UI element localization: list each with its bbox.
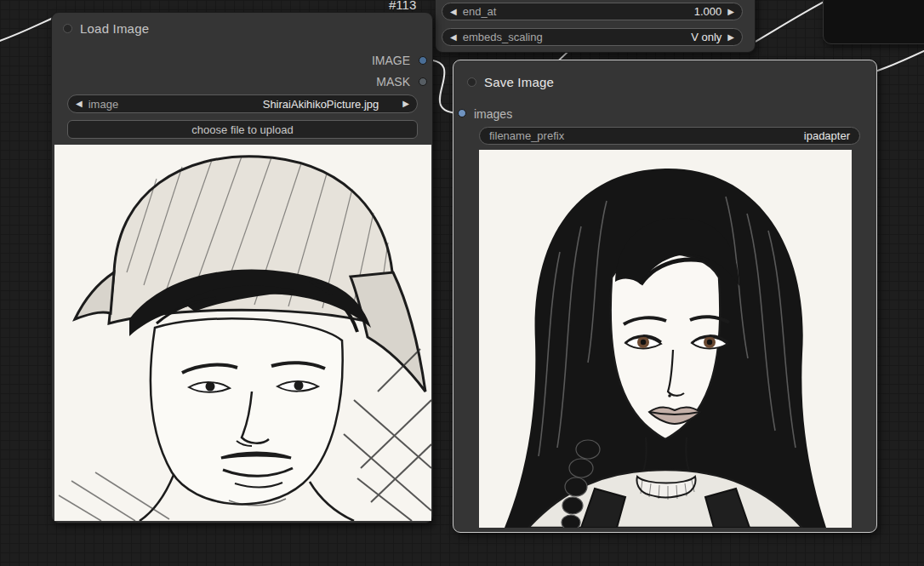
woman-sketch-image — [479, 150, 852, 528]
widget-name: image — [88, 98, 118, 111]
node-load-image[interactable]: Load Image IMAGE MASK ◀ image ShiraiAkih… — [51, 12, 433, 523]
increment-arrow-icon[interactable]: ▶ — [727, 8, 734, 16]
mask-output-label: MASK — [376, 74, 410, 89]
mask-output-dot[interactable] — [419, 77, 427, 86]
next-option-arrow-icon[interactable]: ▶ — [727, 33, 734, 42]
node-ipadapter-partial[interactable]: ◀ end_at 1.000 ▶ ◀ embeds_scaling V only… — [435, 0, 756, 53]
node-title: Save Image — [484, 75, 554, 89]
partial-node-top-right[interactable] — [823, 0, 924, 44]
widget-value: 1.000 — [694, 5, 728, 18]
node-editor-canvas[interactable]: ◀ end_at 1.000 ▶ ◀ embeds_scaling V only… — [0, 0, 924, 566]
image-output-label: IMAGE — [372, 53, 410, 68]
filename-prefix-widget[interactable]: filename_prefix ipadapter — [479, 127, 860, 145]
embeds-scaling-widget[interactable]: ◀ embeds_scaling V only ▶ — [442, 28, 743, 46]
widget-name: filename_prefix — [489, 129, 564, 142]
decrement-arrow-icon[interactable]: ◀ — [450, 8, 457, 16]
man-sketch-image — [54, 145, 431, 521]
end-at-widget[interactable]: ◀ end_at 1.000 ▶ — [442, 3, 743, 20]
image-filename-widget[interactable]: ◀ image ShiraiAkihikoPicture.jpg ▶ — [67, 94, 418, 113]
save-image-preview — [479, 150, 852, 528]
node-save-image[interactable]: Save Image images filename_prefix ipadap… — [453, 60, 877, 533]
widget-value: ipadapter — [804, 129, 852, 142]
node-title: Load Image — [80, 21, 149, 36]
images-input-label: images — [474, 106, 512, 122]
choose-file-button[interactable]: choose file to upload — [67, 120, 418, 139]
wire — [754, 0, 830, 43]
images-input-dot[interactable] — [458, 109, 466, 117]
widget-value: ShiraiAkihikoPicture.jpg — [263, 98, 403, 111]
collapse-dot-icon[interactable] — [467, 77, 476, 87]
widget-name: embeds_scaling — [463, 31, 543, 43]
collapse-dot-icon[interactable] — [63, 24, 72, 33]
next-image-arrow-icon[interactable]: ▶ — [402, 100, 409, 108]
image-output-dot[interactable] — [419, 56, 427, 65]
prev-image-arrow-icon[interactable]: ◀ — [76, 100, 83, 108]
prev-option-arrow-icon[interactable]: ◀ — [450, 33, 457, 42]
node-order-badge: #113 — [389, 0, 416, 12]
widget-name: end_at — [463, 5, 497, 18]
widget-value: V only — [691, 31, 727, 43]
load-image-preview — [54, 145, 431, 521]
